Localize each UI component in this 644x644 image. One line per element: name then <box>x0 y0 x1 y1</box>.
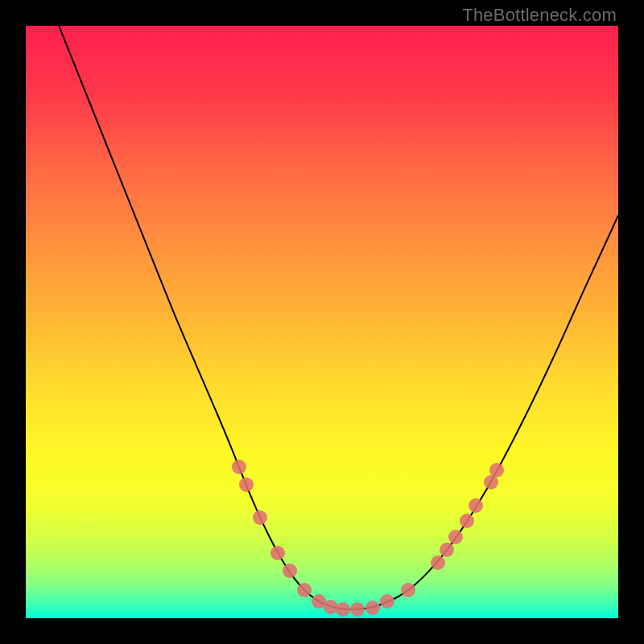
curve-marker <box>270 546 285 560</box>
curve-marker <box>440 543 454 557</box>
curve-marker <box>380 594 394 609</box>
curve-marker <box>336 602 350 617</box>
plot-area <box>26 26 618 618</box>
curve-marker <box>365 601 380 615</box>
bottleneck-curve <box>26 26 618 618</box>
curve-marker <box>448 530 463 544</box>
curve-marker <box>297 583 312 597</box>
curve-marker <box>239 477 254 492</box>
chart-frame: TheBottleneck.com <box>0 0 644 644</box>
curve-marker <box>401 583 415 597</box>
curve-marker <box>469 498 483 513</box>
curve-marker <box>253 510 267 525</box>
curve-marker <box>460 514 474 528</box>
curve-marker <box>350 602 365 617</box>
curve-marker <box>232 460 246 474</box>
curve-marker <box>489 463 504 477</box>
watermark-text: TheBottleneck.com <box>462 5 617 26</box>
curve-marker <box>431 555 445 570</box>
curve-marker <box>283 564 297 578</box>
